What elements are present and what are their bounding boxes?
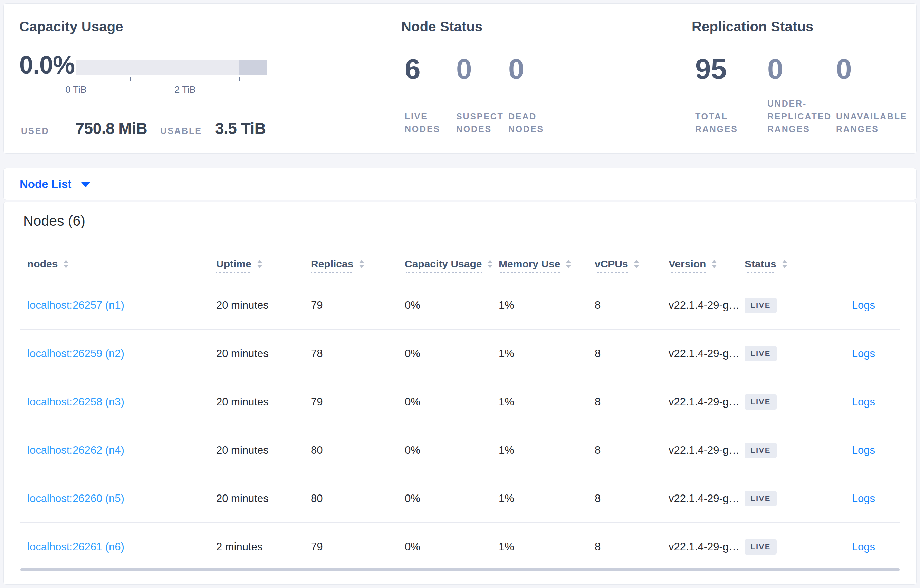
nodes-section-title: Nodes (6): [23, 212, 916, 229]
column-header-status[interactable]: Status: [745, 258, 814, 270]
vcpus-cell: 8: [595, 541, 669, 553]
uptime-cell: 20 minutes: [216, 347, 311, 360]
memory-cell: 1%: [499, 541, 595, 553]
table-row: localhost:26260 (n5) 20 minutes 80 0% 1%…: [20, 475, 900, 523]
status-badge: LIVE: [745, 346, 777, 361]
under-replicated-ranges-label: UNDER- REPLICATED RANGES: [767, 97, 836, 136]
sort-icon: [487, 260, 493, 268]
capacity-cell: 0%: [405, 347, 499, 360]
version-cell: v22.1.4-29-g…: [669, 444, 745, 457]
capacity-bar-dark-segment: [239, 60, 267, 74]
memory-cell: 1%: [499, 493, 595, 505]
status-badge: LIVE: [745, 394, 777, 410]
node-link[interactable]: localhost:26258 (n3): [27, 396, 124, 408]
version-cell: v22.1.4-29-g…: [669, 541, 745, 553]
version-cell: v22.1.4-29-g…: [669, 347, 745, 360]
node-list-dropdown-panel: Node List: [3, 168, 917, 200]
capacity-cell: 0%: [405, 299, 499, 312]
version-cell: v22.1.4-29-g…: [669, 396, 745, 408]
version-cell: v22.1.4-29-g…: [669, 299, 745, 312]
caret-down-icon: [81, 182, 90, 187]
capacity-bar-chart: 0 TiB 2 TiB: [76, 52, 267, 95]
replicas-cell: 79: [311, 396, 405, 408]
live-nodes-label: LIVE NODES: [405, 110, 456, 136]
node-status-title: Node Status: [401, 18, 677, 36]
horizontal-scrollbar[interactable]: [20, 568, 900, 571]
dead-nodes-count: 0: [509, 53, 677, 85]
logs-link[interactable]: Logs: [852, 541, 875, 553]
table-row: localhost:26257 (n1) 20 minutes 79 0% 1%…: [20, 281, 900, 330]
dead-nodes-label: DEAD NODES: [509, 110, 677, 136]
node-link[interactable]: localhost:26257 (n1): [27, 299, 124, 311]
under-replicated-ranges-count: 0: [767, 53, 836, 85]
capacity-axis-ticks: [76, 77, 267, 81]
capacity-percent: 0.0%: [19, 52, 76, 79]
node-link[interactable]: localhost:26262 (n4): [27, 444, 124, 456]
logs-link[interactable]: Logs: [852, 493, 875, 504]
node-list-dropdown[interactable]: Node List: [4, 168, 916, 200]
cluster-summary-panel: Capacity Usage 0.0% 0 TiB 2 TiB: [3, 3, 917, 153]
live-nodes-count: 6: [405, 53, 456, 85]
total-ranges-label: TOTAL RANGES: [695, 110, 767, 136]
logs-link[interactable]: Logs: [852, 347, 875, 360]
table-row: localhost:26262 (n4) 20 minutes 80 0% 1%…: [20, 426, 900, 475]
memory-cell: 1%: [499, 396, 595, 408]
node-status-section: Node Status 6 0 0 LIVE NODES SUSPECT NOD…: [401, 18, 677, 142]
status-badge: LIVE: [745, 443, 777, 458]
logs-link[interactable]: Logs: [852, 299, 875, 311]
capacity-cell: 0%: [405, 396, 499, 408]
replication-status-title: Replication Status: [692, 18, 913, 36]
nodes-table: nodes Uptime Replicas Capacity Usage Mem…: [20, 247, 900, 571]
column-header-nodes[interactable]: nodes: [27, 258, 216, 270]
node-link[interactable]: localhost:26259 (n2): [27, 347, 124, 360]
vcpus-cell: 8: [595, 396, 669, 408]
uptime-cell: 20 minutes: [216, 396, 311, 408]
replicas-cell: 78: [311, 347, 405, 360]
table-row: localhost:26261 (n6) 2 minutes 79 0% 1% …: [20, 523, 900, 571]
usable-value: 3.5 TiB: [215, 119, 266, 138]
sort-icon: [782, 260, 787, 268]
uptime-cell: 2 minutes: [216, 541, 311, 553]
sort-icon: [257, 260, 262, 268]
node-list-dropdown-label: Node List: [20, 178, 71, 191]
sort-icon: [63, 260, 69, 268]
node-link[interactable]: localhost:26261 (n6): [27, 541, 124, 553]
tick-label-0tib: 0 TiB: [65, 84, 87, 95]
replicas-cell: 80: [311, 493, 405, 505]
sort-icon: [711, 260, 717, 268]
total-ranges-count: 95: [695, 53, 767, 85]
capacity-cell: 0%: [405, 493, 499, 505]
tick-label-2tib: 2 TiB: [174, 84, 196, 95]
capacity-bar: [76, 60, 267, 74]
vcpus-cell: 8: [595, 347, 669, 360]
replicas-cell: 80: [311, 444, 405, 457]
table-row: localhost:26258 (n3) 20 minutes 79 0% 1%…: [20, 378, 900, 426]
uptime-cell: 20 minutes: [216, 444, 311, 457]
memory-cell: 1%: [499, 347, 595, 360]
column-header-uptime[interactable]: Uptime: [216, 258, 311, 270]
logs-link[interactable]: Logs: [852, 396, 875, 408]
status-badge: LIVE: [745, 298, 777, 313]
replicas-cell: 79: [311, 541, 405, 553]
column-header-version[interactable]: Version: [669, 258, 745, 270]
logs-link[interactable]: Logs: [852, 444, 875, 456]
version-cell: v22.1.4-29-g…: [669, 493, 745, 505]
capacity-usage-section: Capacity Usage 0.0% 0 TiB 2 TiB: [19, 18, 389, 142]
status-badge: LIVE: [745, 540, 777, 554]
vcpus-cell: 8: [595, 444, 669, 457]
node-link[interactable]: localhost:26260 (n5): [27, 493, 124, 504]
sort-icon: [634, 260, 639, 268]
replicas-cell: 79: [311, 299, 405, 312]
suspect-nodes-count: 0: [456, 53, 509, 85]
uptime-cell: 20 minutes: [216, 493, 311, 505]
column-header-replicas[interactable]: Replicas: [311, 258, 405, 270]
sort-icon: [359, 260, 364, 268]
sort-icon: [566, 260, 571, 268]
column-header-capacity-usage[interactable]: Capacity Usage: [405, 258, 499, 270]
column-header-memory-use[interactable]: Memory Use: [499, 258, 595, 270]
vcpus-cell: 8: [595, 299, 669, 312]
unavailable-ranges-count: 0: [836, 53, 913, 85]
capacity-usage-title: Capacity Usage: [19, 18, 389, 36]
usable-label: USABLE: [160, 126, 202, 136]
column-header-vcpus[interactable]: vCPUs: [595, 258, 669, 270]
